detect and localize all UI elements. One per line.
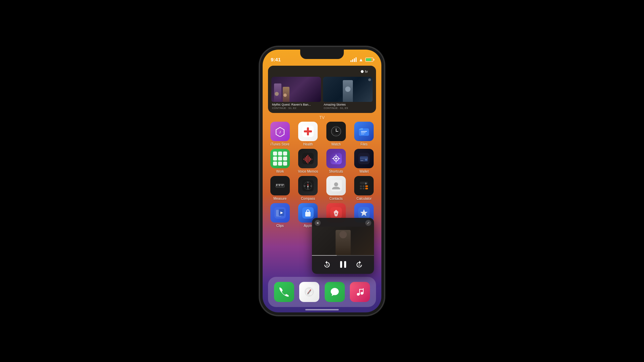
svg-rect-62 xyxy=(363,188,365,189)
app-itunes-store[interactable]: ♪ iTunes Store xyxy=(268,122,292,146)
mini-player[interactable]: ✕ ⤢ 15 xyxy=(312,218,374,274)
mini-player-close-button[interactable]: ✕ xyxy=(315,220,321,226)
tv-show-info-1: Mythic Quest: Raven's Ban... CONTINUE · … xyxy=(271,102,321,110)
app-measure[interactable]: Measure xyxy=(268,176,292,200)
svg-rect-16 xyxy=(304,159,304,160)
dock-safari[interactable] xyxy=(299,282,319,302)
signal-bar-2 xyxy=(352,59,353,62)
svg-rect-33 xyxy=(365,159,367,161)
app-wallet[interactable]: Wallet xyxy=(352,149,376,173)
shortcuts-icon xyxy=(326,149,346,168)
app-grid: ♪ iTunes Store Heal xyxy=(266,122,378,230)
watch-icon xyxy=(326,122,346,141)
signal-bar-3 xyxy=(354,58,355,62)
wifi-icon: ▲ xyxy=(359,57,363,62)
svg-rect-54 xyxy=(340,180,342,183)
compass-icon: N S W E xyxy=(298,176,318,195)
contacts-label: Contacts xyxy=(329,197,342,200)
shortcuts-label: Shortcuts xyxy=(329,170,343,173)
app-contacts[interactable]: Contacts xyxy=(324,176,348,200)
svg-rect-59 xyxy=(363,185,365,187)
app-clips[interactable]: Clips xyxy=(268,203,292,228)
contacts-icon xyxy=(326,176,346,195)
clips-label: Clips xyxy=(276,224,284,228)
apple-store-label: Apple xyxy=(304,224,312,228)
mini-player-expand-button[interactable]: ⤢ xyxy=(365,220,371,226)
svg-rect-58 xyxy=(360,185,362,187)
work-icon xyxy=(270,149,290,168)
svg-rect-10 xyxy=(335,135,337,137)
app-calculator[interactable]: 0 Calculator xyxy=(352,176,376,200)
safari-app-icon xyxy=(299,282,319,302)
play-pause-button[interactable] xyxy=(337,258,349,270)
app-compass[interactable]: N S W E Compass xyxy=(296,176,320,200)
health-label: Health xyxy=(303,142,313,146)
messages-app-icon xyxy=(325,282,345,302)
work-label: Work xyxy=(276,170,284,173)
notch xyxy=(300,50,344,59)
app-shortcuts[interactable]: Shortcuts xyxy=(324,149,348,173)
svg-rect-9 xyxy=(335,126,337,128)
app-watch[interactable]: Watch xyxy=(324,122,348,146)
svg-text:N: N xyxy=(307,181,309,183)
tv-show-card-2[interactable]: Amazing Stories CONTINUE · S1, E9 xyxy=(323,77,373,110)
wallet-icon xyxy=(354,149,374,168)
app-health[interactable]: Health xyxy=(296,122,320,146)
files-icon xyxy=(354,122,374,141)
watch-label: Watch xyxy=(331,142,341,146)
svg-rect-56 xyxy=(360,182,368,184)
svg-rect-21 xyxy=(310,158,311,161)
svg-rect-76 xyxy=(344,261,346,268)
svg-rect-60 xyxy=(365,185,368,187)
tv-show-sub-1: CONTINUE · S1, E2 xyxy=(272,107,320,110)
phone-app-icon xyxy=(274,282,294,302)
app-files[interactable]: Files xyxy=(352,122,376,146)
svg-rect-90 xyxy=(359,289,364,290)
svg-rect-61 xyxy=(360,188,362,189)
dock-messages[interactable] xyxy=(325,282,345,302)
app-work[interactable]: Work xyxy=(268,149,292,173)
app-row-1: ♪ iTunes Store Heal xyxy=(266,122,378,146)
tv-widget-header: ⬣ tv xyxy=(271,69,373,75)
svg-rect-32 xyxy=(360,158,368,159)
music-app-icon xyxy=(350,282,370,302)
mini-player-header: ✕ ⤢ xyxy=(312,218,374,227)
svg-text:⬣ tv: ⬣ tv xyxy=(361,69,368,73)
skip-back-button[interactable]: 15 xyxy=(322,260,332,269)
compass-label: Compass xyxy=(301,197,315,200)
svg-rect-19 xyxy=(308,155,308,164)
files-label: Files xyxy=(361,142,368,146)
svg-point-87 xyxy=(361,292,363,295)
tv-section-label: TV xyxy=(319,115,325,120)
dock-phone[interactable] xyxy=(274,282,294,302)
skip-forward-button[interactable]: 15 xyxy=(355,260,364,269)
tv-show-card-1[interactable]: Mythic Quest: Raven's Ban... CONTINUE · … xyxy=(271,77,321,110)
health-icon xyxy=(298,122,318,141)
svg-rect-17 xyxy=(305,157,306,161)
svg-rect-88 xyxy=(359,289,360,295)
svg-text:15: 15 xyxy=(358,264,360,266)
svg-rect-14 xyxy=(361,134,364,134)
app-voice-memos[interactable]: Voice Memos xyxy=(296,149,320,173)
measure-icon xyxy=(270,176,290,195)
svg-rect-36 xyxy=(276,184,284,187)
tv-show-sub-2: CONTINUE · S1, E9 xyxy=(324,107,372,110)
appletv-logo: ⬣ tv xyxy=(361,69,373,75)
itunes-store-label: iTunes Store xyxy=(271,142,289,146)
dock-music[interactable] xyxy=(350,282,370,302)
tv-widget[interactable]: ⬣ tv Mythic Quest: xyxy=(268,66,376,113)
phone-screen: 9:41 ▲ xyxy=(263,50,381,312)
svg-rect-63 xyxy=(365,188,368,189)
svg-point-25 xyxy=(335,158,337,160)
svg-rect-34 xyxy=(361,160,363,161)
svg-rect-53 xyxy=(330,180,332,183)
clips-icon xyxy=(270,203,290,223)
svg-text:E: E xyxy=(311,185,312,187)
dock xyxy=(268,277,376,307)
status-time: 9:41 xyxy=(271,57,281,62)
svg-text:15: 15 xyxy=(326,264,328,266)
measure-label: Measure xyxy=(273,197,286,200)
mini-player-controls: 15 15 xyxy=(312,256,374,274)
home-indicator xyxy=(305,309,339,310)
svg-text:♪: ♪ xyxy=(279,129,281,134)
